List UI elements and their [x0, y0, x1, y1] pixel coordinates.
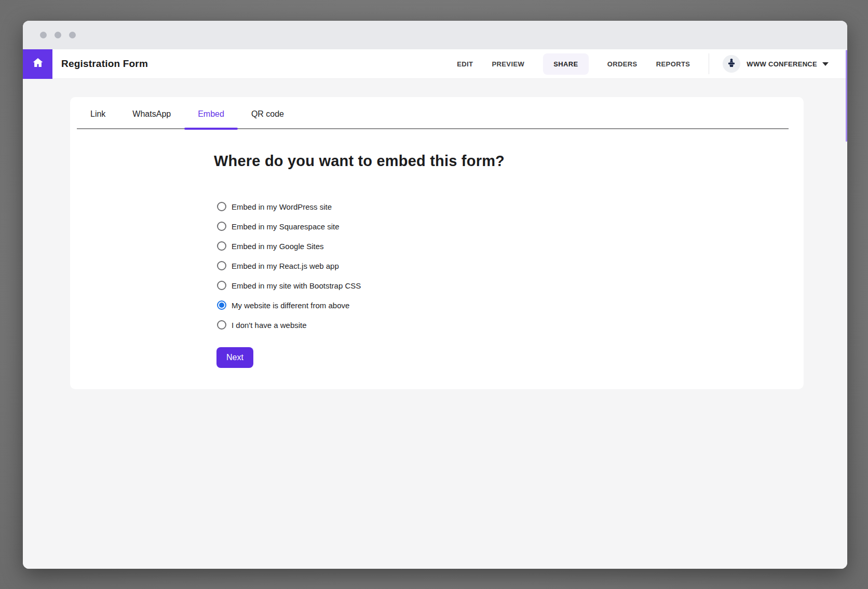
option-no-website[interactable]: I don't have a website	[217, 315, 804, 335]
header-divider	[709, 53, 709, 74]
embed-options: Embed in my WordPress site Embed in my S…	[217, 197, 804, 335]
chevron-down-icon	[822, 62, 829, 66]
nav-item-orders[interactable]: ORDERS	[607, 60, 638, 68]
avatar	[723, 55, 740, 73]
radio-icon[interactable]	[217, 261, 226, 270]
share-tabs: Link WhatsApp Embed QR code	[77, 97, 789, 129]
radio-icon[interactable]	[217, 300, 226, 310]
option-label: Embed in my site with Bootstrap CSS	[232, 281, 361, 290]
window-dot[interactable]	[69, 32, 76, 38]
option-google-sites[interactable]: Embed in my Google Sites	[217, 236, 804, 256]
top-nav: EDIT PREVIEW SHARE ORDERS REPORTS	[457, 53, 690, 75]
option-label: Embed in my React.js web app	[232, 262, 339, 270]
conference-speaker-icon	[726, 57, 737, 71]
account-menu[interactable]: WWW CONFERENCE	[723, 55, 829, 73]
tab-embed[interactable]: Embed	[184, 102, 238, 128]
page-title: Registration Form	[61, 58, 148, 70]
radio-icon[interactable]	[217, 320, 226, 330]
option-react-app[interactable]: Embed in my React.js web app	[217, 256, 804, 276]
nav-item-reports[interactable]: REPORTS	[656, 60, 690, 68]
option-label: Embed in my WordPress site	[232, 202, 332, 211]
app-header: Registration Form EDIT PREVIEW SHARE ORD…	[23, 49, 847, 79]
nav-item-edit[interactable]: EDIT	[457, 60, 473, 68]
window-dot[interactable]	[40, 32, 47, 38]
tab-link[interactable]: Link	[77, 102, 119, 128]
home-icon	[32, 57, 44, 71]
embed-heading: Where do you want to embed this form?	[214, 153, 804, 170]
option-wordpress[interactable]: Embed in my WordPress site	[217, 197, 804, 216]
option-label: I don't have a website	[232, 321, 307, 330]
tab-whatsapp[interactable]: WhatsApp	[119, 102, 184, 128]
radio-icon[interactable]	[217, 281, 226, 290]
scrollbar-thumb[interactable]	[846, 50, 847, 142]
option-label: Embed in my Google Sites	[232, 242, 324, 251]
radio-icon[interactable]	[217, 202, 226, 211]
account-name: WWW CONFERENCE	[747, 60, 817, 68]
option-squarespace[interactable]: Embed in my Squarespace site	[217, 216, 804, 236]
option-different-website[interactable]: My website is different from above	[217, 295, 804, 315]
option-label: Embed in my Squarespace site	[232, 222, 340, 231]
page-body: Link WhatsApp Embed QR code Where do you…	[23, 97, 847, 569]
window-dot[interactable]	[55, 32, 61, 38]
option-label: My website is different from above	[232, 301, 349, 310]
option-bootstrap[interactable]: Embed in my site with Bootstrap CSS	[217, 276, 804, 295]
next-button[interactable]: Next	[216, 347, 253, 368]
window-titlebar	[23, 21, 847, 49]
nav-item-preview[interactable]: PREVIEW	[492, 60, 524, 68]
radio-icon[interactable]	[217, 222, 226, 231]
share-card: Link WhatsApp Embed QR code Where do you…	[70, 97, 804, 389]
browser-window: Registration Form EDIT PREVIEW SHARE ORD…	[23, 21, 847, 569]
tab-qr-code[interactable]: QR code	[238, 102, 297, 128]
home-button[interactable]	[23, 49, 52, 79]
embed-panel: Where do you want to embed this form? Em…	[70, 153, 804, 368]
radio-icon[interactable]	[217, 241, 226, 251]
nav-item-share[interactable]: SHARE	[543, 53, 589, 75]
